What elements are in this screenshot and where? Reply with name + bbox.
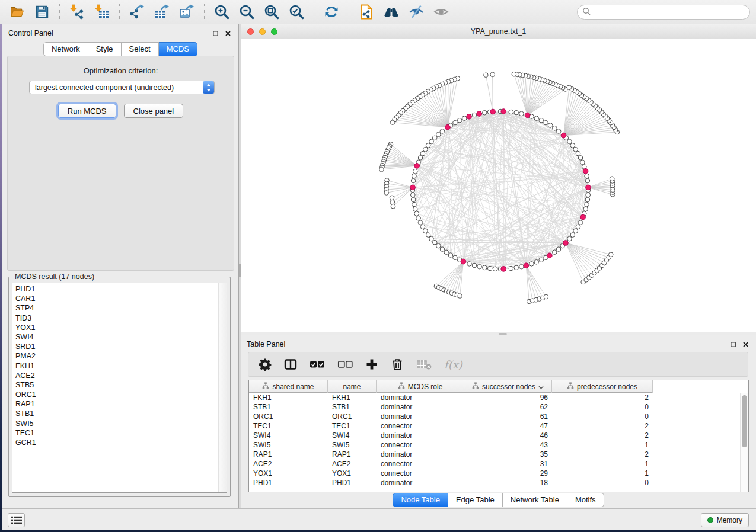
tab-edge-table[interactable]: Edge Table — [448, 493, 503, 507]
cell-role[interactable]: connector — [377, 459, 464, 469]
cell-successors[interactable]: 35 — [464, 450, 552, 459]
table-row[interactable]: STB1STB1dominator620 — [249, 402, 740, 412]
mcds-result-item[interactable]: SWI5 — [12, 419, 218, 428]
cell-shared_name[interactable]: ACE2 — [249, 459, 328, 469]
export-network-icon[interactable] — [128, 3, 146, 21]
export-table-icon[interactable] — [153, 3, 171, 21]
toggle-columns-icon[interactable] — [284, 357, 297, 372]
cell-role[interactable]: connector — [377, 440, 464, 450]
mcds-result-item[interactable]: PHD1 — [12, 284, 218, 294]
mcds-result-item[interactable]: FKH1 — [12, 361, 218, 371]
cell-shared_name[interactable]: YOX1 — [249, 469, 328, 478]
refresh-icon[interactable] — [323, 3, 340, 21]
add-icon[interactable] — [365, 357, 378, 372]
tab-mcds[interactable]: MCDS — [159, 42, 197, 56]
mcds-result-item[interactable]: PMA2 — [12, 351, 218, 361]
cell-successors[interactable]: 62 — [464, 402, 552, 412]
select-all-icon[interactable] — [310, 357, 325, 372]
cell-role[interactable]: connector — [377, 421, 464, 431]
cell-successors[interactable]: 31 — [464, 459, 552, 469]
criterion-select[interactable]: largest connected component (undirected) — [29, 81, 215, 94]
save-session-icon[interactable] — [33, 3, 51, 21]
cell-predecessors[interactable]: 2 — [552, 421, 653, 431]
cell-shared_name[interactable]: SWI4 — [249, 431, 328, 440]
cell-predecessors[interactable]: 1 — [552, 459, 653, 469]
cell-role[interactable]: dominator — [377, 478, 464, 488]
mcds-result-item[interactable]: STP4 — [12, 303, 218, 313]
tab-select[interactable]: Select — [122, 42, 159, 56]
mcds-result-item[interactable]: RAP1 — [12, 399, 218, 409]
cell-successors[interactable]: 18 — [464, 478, 552, 488]
zoom-selected-icon[interactable] — [288, 3, 305, 21]
table-row[interactable]: SWI5SWI5connector431 — [249, 440, 740, 450]
clone-network-icon[interactable] — [358, 3, 375, 21]
cell-shared_name[interactable]: STB1 — [249, 402, 328, 412]
mcds-result-item[interactable]: ORC1 — [12, 390, 218, 399]
zoom-in-icon[interactable] — [213, 3, 231, 21]
tab-motifs[interactable]: Motifs — [567, 493, 604, 507]
column-header-name[interactable]: name — [328, 380, 377, 393]
mcds-result-item[interactable]: ACE2 — [12, 371, 218, 380]
result-list-scrollbar[interactable] — [218, 283, 227, 492]
zoom-out-icon[interactable] — [238, 3, 256, 21]
table-close-panel-icon[interactable] — [743, 341, 748, 349]
cell-role[interactable]: dominator — [377, 450, 464, 459]
cell-shared_name[interactable]: FKH1 — [249, 393, 328, 402]
cell-role[interactable]: dominator — [377, 431, 464, 440]
search-box[interactable] — [577, 5, 750, 20]
horizontal-splitter-handle[interactable] — [499, 333, 507, 335]
column-header-MCDS-role[interactable]: MCDS role — [377, 380, 464, 393]
table-row[interactable]: ORC1ORC1dominator610 — [249, 412, 740, 421]
mcds-result-item[interactable]: TID3 — [12, 313, 218, 323]
cell-name[interactable]: PHD1 — [328, 478, 377, 488]
mcds-result-item[interactable]: YOX1 — [12, 323, 218, 332]
cell-successors[interactable]: 43 — [464, 440, 552, 450]
table-scrollbar-thumb[interactable] — [742, 395, 747, 447]
table-float-panel-icon[interactable] — [731, 341, 736, 349]
cell-shared_name[interactable]: ORC1 — [249, 412, 328, 421]
tab-node-table[interactable]: Node Table — [393, 493, 448, 507]
table-row[interactable]: ACE2ACE2connector311 — [249, 459, 740, 469]
column-header-successor-nodes[interactable]: successor nodes — [464, 380, 552, 393]
cell-name[interactable]: ORC1 — [328, 412, 377, 421]
column-header-shared-name[interactable]: shared name — [249, 380, 328, 393]
table-row[interactable]: RAP1RAP1dominator352 — [249, 450, 740, 459]
close-panel-icon[interactable] — [225, 30, 231, 38]
cell-role[interactable]: dominator — [377, 393, 464, 402]
cell-shared_name[interactable]: TEC1 — [249, 421, 328, 431]
search-input[interactable] — [594, 8, 749, 17]
tab-network-table[interactable]: Network Table — [503, 493, 567, 507]
cell-successors[interactable]: 47 — [464, 421, 552, 431]
cell-predecessors[interactable]: 2 — [552, 450, 653, 459]
import-network-icon[interactable] — [68, 3, 86, 21]
cell-successors[interactable]: 46 — [464, 431, 552, 440]
cell-successors[interactable]: 96 — [464, 393, 552, 402]
table-row[interactable]: PHD1PHD1dominator180 — [249, 478, 740, 488]
cell-shared_name[interactable]: SWI5 — [249, 440, 328, 450]
cell-predecessors[interactable]: 0 — [552, 412, 653, 421]
table-row[interactable]: FKH1FKH1dominator962 — [249, 393, 740, 402]
cell-successors[interactable]: 29 — [464, 469, 552, 478]
clear-selection-icon[interactable] — [337, 357, 353, 372]
mcds-result-item[interactable]: CAR1 — [12, 294, 218, 303]
zoom-fit-icon[interactable] — [263, 3, 280, 21]
search-network-icon[interactable] — [382, 3, 400, 21]
cell-name[interactable]: TEC1 — [328, 421, 377, 431]
mcds-result-item[interactable]: SWI4 — [12, 332, 218, 342]
tab-style[interactable]: Style — [88, 42, 122, 56]
float-panel-icon[interactable] — [213, 30, 218, 38]
table-settings-icon[interactable] — [259, 357, 272, 372]
cell-role[interactable]: dominator — [377, 412, 464, 421]
delete-icon[interactable] — [391, 357, 404, 372]
cell-name[interactable]: STB1 — [328, 402, 377, 412]
cell-shared_name[interactable]: RAP1 — [249, 450, 328, 459]
cell-shared_name[interactable]: PHD1 — [249, 478, 328, 488]
mcds-result-item[interactable]: STB1 — [12, 409, 218, 418]
mcds-result-item[interactable]: SRD1 — [12, 342, 218, 351]
cell-predecessors[interactable]: 1 — [552, 440, 653, 450]
cell-predecessors[interactable]: 2 — [552, 393, 653, 402]
network-canvas[interactable] — [241, 39, 756, 332]
cell-name[interactable]: YOX1 — [328, 469, 377, 478]
cell-role[interactable]: connector — [377, 469, 464, 478]
mcds-result-item[interactable]: TEC1 — [12, 428, 218, 438]
